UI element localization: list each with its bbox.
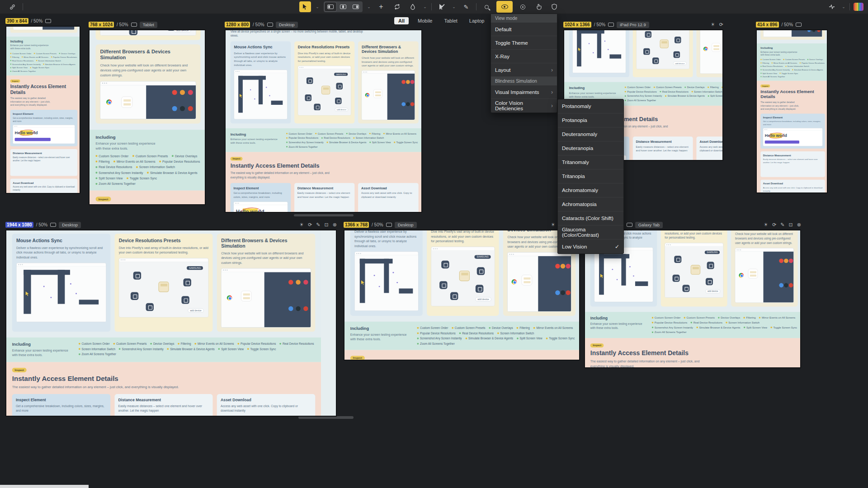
rotate-device-icon[interactable] <box>267 23 273 27</box>
device-size-label[interactable]: 1024 x 1366 <box>563 22 591 28</box>
submenu-item-low-vision[interactable]: Low Vision✓ <box>558 239 623 253</box>
submenu-item-achromatopsia[interactable]: Achromatopsia <box>558 197 623 211</box>
brightness-icon[interactable]: ☀ <box>551 222 555 227</box>
inspect-badge: Inspect <box>350 356 365 361</box>
chip-label: Custom Screen Presets <box>116 342 146 345</box>
pointer-tool-button[interactable] <box>299 1 311 12</box>
device-frame-d3[interactable]: View all device perspectives on a single… <box>225 29 422 213</box>
annotate-pen-icon[interactable]: ✎ <box>316 222 320 227</box>
brightness-icon[interactable]: ☀ <box>299 222 304 227</box>
layout-mode-group <box>324 1 363 12</box>
rotate-device-icon[interactable] <box>386 223 392 227</box>
hello-world-mockup: Hello world <box>763 128 823 146</box>
brightness-icon[interactable]: ☀ <box>711 22 715 27</box>
device-size-label[interactable]: 414 x 896 <box>756 22 779 28</box>
view-mode-eye-button[interactable] <box>496 1 513 13</box>
tab-tablet[interactable]: Tablet <box>441 17 460 24</box>
rotate-device-icon[interactable] <box>627 223 632 227</box>
link-icon[interactable] <box>6 1 18 12</box>
including-section: IncludingEnhance your screen testing exp… <box>757 43 828 81</box>
layout-left-button[interactable] <box>325 2 336 11</box>
inspect-badge: Inspect <box>590 343 604 347</box>
including-sub: Enhance your screen testing experience w… <box>569 91 618 99</box>
submenu-item-achromatomaly[interactable]: Achromatomaly <box>558 183 623 197</box>
rotate-device-icon[interactable] <box>131 23 137 27</box>
draw-pencil-icon[interactable]: ✎ <box>460 1 472 12</box>
path-dot <box>43 286 45 287</box>
close-device-icon[interactable]: ⊗ <box>333 222 337 227</box>
device-size-label[interactable]: 390 x 844 <box>5 18 28 24</box>
submenu-item-deuteranomaly[interactable]: Deuteranomaly <box>558 127 623 141</box>
screenshot-camera-icon[interactable]: ⊡ <box>789 222 793 227</box>
device-size-label[interactable]: 1944 x 1080 <box>5 222 33 228</box>
chip-dot-icon <box>136 166 138 168</box>
rotate-device-icon[interactable] <box>50 223 56 227</box>
menu-item-label: Toggle Theme <box>495 40 528 46</box>
refresh-icon[interactable]: ⟳ <box>719 22 723 27</box>
chip-dot-icon <box>353 137 354 139</box>
chip-dot-icon <box>30 67 31 68</box>
sync-loop-icon[interactable] <box>391 1 403 12</box>
submenu-item-tritanomaly[interactable]: Tritanomaly <box>558 155 623 169</box>
chip-label: Real Device Resolutions <box>99 165 132 169</box>
window-dot-icon <box>102 83 103 84</box>
chrome-icon <box>739 273 744 278</box>
color-drop-icon[interactable] <box>407 1 419 12</box>
chip-dot-icon <box>760 70 761 70</box>
device-frame-d5[interactable]: View all device perspectives on a single… <box>756 29 828 193</box>
layout-right-button[interactable] <box>350 2 362 11</box>
chevron-down-icon[interactable]: ⌄ <box>367 5 371 9</box>
annotate-pen-icon[interactable]: ✎ <box>780 222 784 227</box>
add-device-button[interactable]: + <box>375 1 387 12</box>
rotate-device-icon[interactable] <box>608 23 614 27</box>
tab-laptop[interactable]: Laptop <box>467 17 487 24</box>
device-size-label[interactable]: 1280 x 800 <box>225 22 250 28</box>
rotate-device-icon[interactable] <box>796 23 802 27</box>
menu-item-x-ray[interactable]: X-Ray <box>491 50 557 63</box>
refresh-icon[interactable]: ⟳ <box>772 222 776 227</box>
brightness-icon[interactable]: ☀ <box>764 222 768 227</box>
device-frame-d1[interactable]: View all device perspectives on a single… <box>5 26 80 194</box>
device-frame-db[interactable]: View all device perspectives on a single… <box>344 230 580 361</box>
feature-chip: Split Screen View <box>517 337 542 340</box>
device-frame-da[interactable]: View all device perspectives on a single… <box>5 230 337 417</box>
chevron-down-icon[interactable]: ⌄ <box>315 5 320 9</box>
refresh-icon[interactable]: ⟳ <box>308 222 312 227</box>
menu-item-toggle-theme[interactable]: Toggle Theme <box>491 36 557 50</box>
rotate-device-icon[interactable] <box>45 19 51 23</box>
chip-label: Real Device Resolutions <box>763 66 783 68</box>
chip-dot-icon <box>697 327 698 328</box>
activity-icon[interactable] <box>826 1 838 12</box>
screenshot-camera-icon[interactable]: ⊡ <box>325 222 329 227</box>
close-device-icon[interactable]: ⊗ <box>797 222 801 227</box>
touch-gesture-icon[interactable] <box>533 1 544 12</box>
profile-theme-button[interactable] <box>854 3 863 11</box>
device-size-label[interactable]: 1366 x 768 <box>344 222 369 228</box>
feature-chip: Mirror Events on All Screens <box>722 86 723 89</box>
horizontal-scrollbar[interactable] <box>294 214 354 216</box>
browser-logo-icon <box>784 283 788 288</box>
submenu-item-protanomaly[interactable]: Protanomaly <box>558 99 623 113</box>
screenshot-target-icon[interactable] <box>517 1 528 12</box>
menu-item-layout[interactable]: Layout› <box>491 63 557 77</box>
chevron-down-icon[interactable]: ⌄ <box>841 5 846 9</box>
chevron-down-icon[interactable]: ⌄ <box>423 5 427 9</box>
submenu-item-tritanopia[interactable]: Tritanopia <box>558 169 623 183</box>
shield-icon[interactable] <box>548 1 560 12</box>
feature-chip: Zoom All Screens Together <box>96 182 136 185</box>
access-card: Distance MeasurementEasily measure dista… <box>10 149 78 176</box>
menu-item-color-vision-deficiencies[interactable]: Color Vision Deficiencies› <box>491 99 557 113</box>
menu-item-default[interactable]: Default <box>491 23 557 36</box>
submenu-item-protanopia[interactable]: Protanopia <box>558 113 623 127</box>
chevron-down-icon[interactable]: ⌄ <box>452 5 456 9</box>
submenu-item-glaucoma-color-contrast-[interactable]: Glaucoma (Color/Contrast) <box>558 225 623 239</box>
mockup-illustration <box>594 251 653 302</box>
submenu-item-cataracts-color-shift-[interactable]: Cataracts (Color Shift) <box>558 211 623 225</box>
device-frame-d2[interactable]: View all device perspectives on a single… <box>89 29 206 205</box>
zoom-icon[interactable] <box>481 1 492 12</box>
menu-item-visual-impairments[interactable]: Visual Impairments› <box>491 85 557 99</box>
submenu-item-deuteranopia[interactable]: Deuteranopia <box>558 141 623 155</box>
device-size-label[interactable]: 768 x 1024 <box>89 22 114 28</box>
layout-center-button[interactable] <box>337 2 349 11</box>
cursor-disable-icon[interactable] <box>436 1 448 12</box>
